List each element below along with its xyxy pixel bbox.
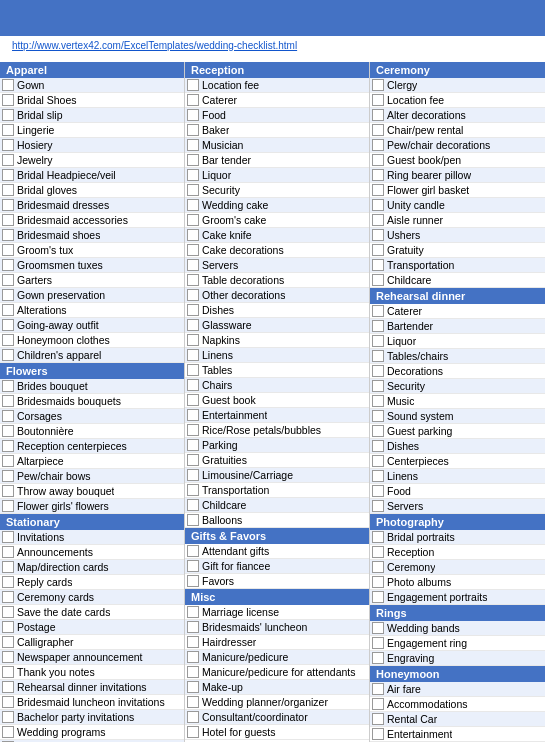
checkbox[interactable] bbox=[372, 365, 384, 377]
checkbox[interactable] bbox=[372, 637, 384, 649]
checkbox[interactable] bbox=[2, 711, 14, 723]
checkbox[interactable] bbox=[2, 169, 14, 181]
checkbox[interactable] bbox=[187, 124, 199, 136]
checkbox[interactable] bbox=[2, 154, 14, 166]
checkbox[interactable] bbox=[372, 531, 384, 543]
checkbox[interactable] bbox=[372, 561, 384, 573]
checkbox[interactable] bbox=[372, 139, 384, 151]
checkbox[interactable] bbox=[372, 124, 384, 136]
checkbox[interactable] bbox=[2, 274, 14, 286]
checkbox[interactable] bbox=[372, 79, 384, 91]
checkbox[interactable] bbox=[187, 666, 199, 678]
checkbox[interactable] bbox=[187, 184, 199, 196]
checkbox[interactable] bbox=[372, 622, 384, 634]
checkbox[interactable] bbox=[2, 304, 14, 316]
checkbox[interactable] bbox=[2, 696, 14, 708]
checkbox[interactable] bbox=[2, 606, 14, 618]
checkbox[interactable] bbox=[2, 591, 14, 603]
checkbox[interactable] bbox=[372, 485, 384, 497]
checkbox[interactable] bbox=[2, 109, 14, 121]
checkbox[interactable] bbox=[372, 305, 384, 317]
checkbox[interactable] bbox=[2, 666, 14, 678]
checkbox[interactable] bbox=[372, 728, 384, 740]
checkbox[interactable] bbox=[187, 289, 199, 301]
checkbox[interactable] bbox=[2, 455, 14, 467]
checkbox[interactable] bbox=[187, 364, 199, 376]
checkbox[interactable] bbox=[2, 546, 14, 558]
checkbox[interactable] bbox=[2, 139, 14, 151]
checkbox[interactable] bbox=[372, 500, 384, 512]
checkbox[interactable] bbox=[372, 154, 384, 166]
checkbox[interactable] bbox=[2, 289, 14, 301]
checkbox[interactable] bbox=[372, 410, 384, 422]
checkbox[interactable] bbox=[187, 199, 199, 211]
checkbox[interactable] bbox=[372, 425, 384, 437]
checkbox[interactable] bbox=[372, 455, 384, 467]
checkbox[interactable] bbox=[372, 652, 384, 664]
checkbox[interactable] bbox=[372, 320, 384, 332]
checkbox[interactable] bbox=[2, 621, 14, 633]
checkbox[interactable] bbox=[2, 636, 14, 648]
checkbox[interactable] bbox=[372, 214, 384, 226]
url-link[interactable]: http://www.vertex42.com/ExcelTemplates/w… bbox=[12, 40, 297, 51]
checkbox[interactable] bbox=[372, 576, 384, 588]
checkbox[interactable] bbox=[187, 274, 199, 286]
checkbox[interactable] bbox=[187, 560, 199, 572]
checkbox[interactable] bbox=[187, 304, 199, 316]
checkbox[interactable] bbox=[187, 621, 199, 633]
checkbox[interactable] bbox=[372, 470, 384, 482]
checkbox[interactable] bbox=[2, 500, 14, 512]
checkbox[interactable] bbox=[2, 470, 14, 482]
checkbox[interactable] bbox=[187, 94, 199, 106]
checkbox[interactable] bbox=[2, 244, 14, 256]
checkbox[interactable] bbox=[187, 711, 199, 723]
checkbox[interactable] bbox=[372, 109, 384, 121]
checkbox[interactable] bbox=[2, 79, 14, 91]
checkbox[interactable] bbox=[187, 575, 199, 587]
checkbox[interactable] bbox=[2, 184, 14, 196]
checkbox[interactable] bbox=[187, 319, 199, 331]
checkbox[interactable] bbox=[372, 698, 384, 710]
checkbox[interactable] bbox=[2, 319, 14, 331]
checkbox[interactable] bbox=[187, 259, 199, 271]
checkbox[interactable] bbox=[187, 454, 199, 466]
checkbox[interactable] bbox=[372, 199, 384, 211]
checkbox[interactable] bbox=[2, 94, 14, 106]
checkbox[interactable] bbox=[187, 696, 199, 708]
checkbox[interactable] bbox=[187, 394, 199, 406]
checkbox[interactable] bbox=[187, 424, 199, 436]
checkbox[interactable] bbox=[372, 274, 384, 286]
checkbox[interactable] bbox=[372, 229, 384, 241]
checkbox[interactable] bbox=[187, 484, 199, 496]
checkbox[interactable] bbox=[2, 440, 14, 452]
checkbox[interactable] bbox=[372, 546, 384, 558]
checkbox[interactable] bbox=[372, 440, 384, 452]
checkbox[interactable] bbox=[187, 651, 199, 663]
checkbox[interactable] bbox=[187, 139, 199, 151]
checkbox[interactable] bbox=[2, 214, 14, 226]
checkbox[interactable] bbox=[2, 380, 14, 392]
checkbox[interactable] bbox=[2, 334, 14, 346]
checkbox[interactable] bbox=[2, 576, 14, 588]
checkbox[interactable] bbox=[372, 591, 384, 603]
checkbox[interactable] bbox=[187, 214, 199, 226]
checkbox[interactable] bbox=[2, 651, 14, 663]
checkbox[interactable] bbox=[2, 561, 14, 573]
checkbox[interactable] bbox=[187, 636, 199, 648]
checkbox[interactable] bbox=[187, 545, 199, 557]
checkbox[interactable] bbox=[187, 469, 199, 481]
checkbox[interactable] bbox=[187, 726, 199, 738]
checkbox[interactable] bbox=[2, 199, 14, 211]
checkbox[interactable] bbox=[372, 335, 384, 347]
checkbox[interactable] bbox=[187, 154, 199, 166]
checkbox[interactable] bbox=[372, 184, 384, 196]
checkbox[interactable] bbox=[187, 244, 199, 256]
checkbox[interactable] bbox=[372, 713, 384, 725]
checkbox[interactable] bbox=[372, 350, 384, 362]
checkbox[interactable] bbox=[187, 109, 199, 121]
checkbox[interactable] bbox=[372, 259, 384, 271]
checkbox[interactable] bbox=[2, 485, 14, 497]
checkbox[interactable] bbox=[372, 683, 384, 695]
checkbox[interactable] bbox=[187, 229, 199, 241]
checkbox[interactable] bbox=[372, 395, 384, 407]
